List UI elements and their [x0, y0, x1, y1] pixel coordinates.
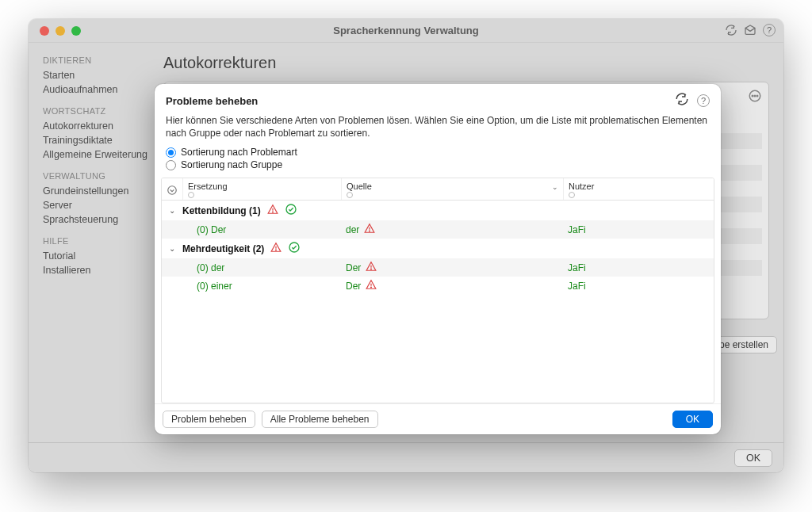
- table-group-row[interactable]: ⌄Mehrdeutigkeit (2): [162, 239, 714, 258]
- column-header-nutzer[interactable]: Nutzer: [563, 178, 714, 200]
- svg-point-8: [276, 250, 277, 250]
- table-group-row[interactable]: ⌄Kettenbildung (1): [162, 201, 714, 220]
- svg-point-6: [286, 204, 296, 214]
- radio-sort-by-problem[interactable]: Sortierung nach Problemart: [155, 146, 721, 159]
- cell-ersetzung: (0) Der: [182, 224, 341, 235]
- table-row[interactable]: (0) DerderJaFi: [162, 220, 714, 239]
- cell-quelle: Der: [341, 279, 563, 292]
- modal-title: Probleme beheben: [166, 95, 258, 107]
- checkmark-circle-icon: [285, 203, 297, 218]
- chevron-down-icon: ⌄: [162, 244, 182, 253]
- chevron-down-icon: ⌄: [162, 206, 182, 215]
- cell-ersetzung: (0) der: [182, 262, 341, 273]
- modal-help-icon[interactable]: ?: [697, 94, 710, 107]
- radio-sort-by-group[interactable]: Sortierung nach Gruppe: [155, 159, 721, 171]
- fix-problem-button[interactable]: Problem beheben: [163, 411, 255, 428]
- warning-icon: [366, 261, 377, 274]
- svg-point-7: [370, 231, 370, 231]
- table-header: Ersetzung Quelle ⌄ Nutzer: [162, 178, 714, 201]
- modal-description: Hier können Sie verschiedene Arten von P…: [155, 109, 721, 146]
- svg-point-5: [272, 212, 273, 212]
- radio-label: Sortierung nach Problemart: [181, 147, 297, 158]
- fix-problems-modal: Probleme beheben ? Hier können Sie versc…: [155, 84, 721, 434]
- table-row[interactable]: (0) einerDerJaFi: [162, 277, 714, 295]
- column-header-quelle[interactable]: Quelle ⌄: [341, 178, 563, 200]
- main-window: Spracherkennung Verwaltung ? DIKTIEREN S…: [29, 19, 783, 472]
- group-name: Mehrdeutigkeit (2): [182, 241, 341, 256]
- svg-point-11: [371, 287, 372, 288]
- problems-table: Ersetzung Quelle ⌄ Nutzer ⌄Kettenbildung…: [161, 178, 714, 403]
- refresh-icon[interactable]: [675, 92, 689, 109]
- column-header-ersetzung[interactable]: Ersetzung: [182, 178, 341, 200]
- radio-icon: [166, 160, 176, 170]
- cell-nutzer: JaFi: [563, 281, 714, 292]
- cell-quelle: der: [341, 223, 563, 236]
- radio-label: Sortierung nach Gruppe: [181, 159, 282, 170]
- svg-point-9: [289, 243, 299, 252]
- warning-icon: [270, 242, 282, 255]
- warning-icon: [364, 223, 375, 236]
- warning-icon: [366, 279, 377, 292]
- svg-point-4: [168, 186, 177, 195]
- radio-icon: [166, 147, 176, 158]
- cell-nutzer: JaFi: [563, 224, 714, 235]
- warning-icon: [267, 204, 278, 217]
- cell-quelle: Der: [341, 261, 563, 274]
- expand-all-toggle[interactable]: [162, 181, 182, 197]
- modal-ok-button[interactable]: OK: [672, 411, 713, 428]
- cell-ersetzung: (0) einer: [182, 281, 341, 292]
- table-row[interactable]: (0) derDerJaFi: [162, 258, 714, 277]
- checkmark-circle-icon: [288, 241, 301, 256]
- svg-point-10: [371, 269, 372, 269]
- sort-indicator-icon: ⌄: [552, 183, 558, 191]
- fix-all-problems-button[interactable]: Alle Probleme beheben: [262, 411, 378, 428]
- group-name: Kettenbildung (1): [182, 203, 341, 218]
- cell-nutzer: JaFi: [563, 262, 714, 273]
